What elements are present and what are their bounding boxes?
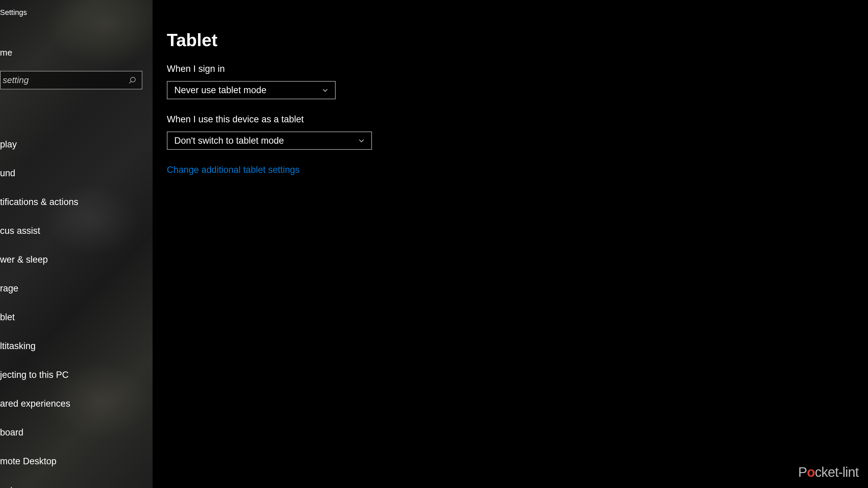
- sidebar-item-label: und: [0, 168, 15, 179]
- sidebar-nav: play und tifications & actions cus assis…: [0, 130, 153, 488]
- sidebar-item-projecting[interactable]: jecting to this PC: [0, 361, 153, 389]
- setting-device-tablet: When I use this device as a tablet Don't…: [167, 114, 868, 150]
- setting-label: When I use this device as a tablet: [167, 114, 868, 125]
- setting-sign-in: When I sign in Never use tablet mode: [167, 64, 868, 99]
- watermark-text-1: P: [798, 465, 807, 480]
- sidebar-item-storage[interactable]: rage: [0, 274, 153, 303]
- sidebar-item-tablet[interactable]: blet: [0, 303, 153, 332]
- home-link[interactable]: me: [0, 17, 153, 58]
- page-title: Tablet: [167, 30, 868, 50]
- sidebar-item-label: wer & sleep: [0, 255, 48, 265]
- sidebar-item-label: cus assist: [0, 226, 40, 236]
- sign-in-mode-dropdown[interactable]: Never use tablet mode: [167, 81, 336, 99]
- watermark-accent: o: [807, 465, 815, 480]
- sidebar-item-sound[interactable]: und: [0, 159, 153, 188]
- sidebar-item-multitasking[interactable]: ltitasking: [0, 332, 153, 361]
- search-box[interactable]: [0, 71, 142, 89]
- svg-line-1: [129, 81, 131, 83]
- sidebar-item-about[interactable]: out: [0, 476, 153, 488]
- settings-sidebar: Settings me play und tifications & actio…: [0, 0, 153, 488]
- additional-settings-link[interactable]: Change additional tablet settings: [167, 165, 300, 175]
- sidebar-item-power-sleep[interactable]: wer & sleep: [0, 245, 153, 274]
- sidebar-item-label: board: [0, 427, 23, 438]
- sidebar-item-clipboard[interactable]: board: [0, 418, 153, 447]
- sidebar-item-label: ltitasking: [0, 341, 36, 351]
- sidebar-item-label: tifications & actions: [0, 197, 78, 207]
- sidebar-item-notifications[interactable]: tifications & actions: [0, 188, 153, 217]
- chevron-down-icon: [358, 137, 365, 144]
- sidebar-item-display[interactable]: play: [0, 130, 153, 159]
- app-title: Settings: [0, 0, 153, 17]
- sidebar-item-label: blet: [0, 312, 15, 323]
- sidebar-item-label: rage: [0, 283, 18, 294]
- sidebar-item-label: play: [0, 139, 17, 150]
- sidebar-item-remote-desktop[interactable]: mote Desktop: [0, 447, 153, 476]
- sidebar-item-focus-assist[interactable]: cus assist: [0, 217, 153, 245]
- device-tablet-dropdown[interactable]: Don't switch to tablet mode: [167, 131, 372, 150]
- svg-point-0: [131, 77, 135, 82]
- watermark-text-2: cket-lint: [815, 465, 859, 480]
- sidebar-item-label: jecting to this PC: [0, 370, 69, 380]
- main-content: Tablet When I sign in Never use tablet m…: [153, 0, 868, 488]
- sidebar-item-label: mote Desktop: [0, 456, 57, 467]
- dropdown-value: Never use tablet mode: [174, 85, 267, 96]
- setting-label: When I sign in: [167, 64, 868, 74]
- sidebar-item-label: out: [0, 485, 13, 488]
- chevron-down-icon: [321, 86, 329, 94]
- watermark: Pocket-lint: [798, 465, 859, 480]
- search-icon: [128, 76, 136, 84]
- dropdown-value: Don't switch to tablet mode: [174, 136, 284, 146]
- search-input[interactable]: [3, 75, 128, 85]
- sidebar-item-shared-experiences[interactable]: ared experiences: [0, 389, 153, 418]
- sidebar-item-label: ared experiences: [0, 399, 70, 409]
